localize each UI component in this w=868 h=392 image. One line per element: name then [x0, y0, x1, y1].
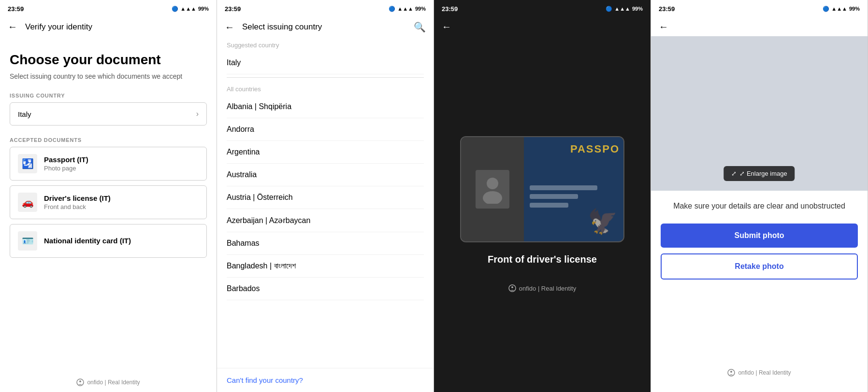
country-barbados[interactable]: Barbados [227, 278, 424, 300]
country-bangladesh[interactable]: Bangladesh | বাংলাদেশ [227, 255, 424, 278]
battery-icon: 99% [198, 6, 209, 12]
status-bar-3: 23:59 🔵 ▲▲▲ 99% [434, 0, 651, 17]
license-icon: 🚗 [18, 193, 37, 212]
passport-icon: 🛂 [18, 154, 37, 173]
signal-icon-4: ▲▲▲ [831, 6, 847, 12]
bluetooth-icon: 🔵 [172, 6, 178, 12]
camera-view: PASSPO 🦅 Front of driver's license onfid… [434, 36, 651, 392]
screen-choose-document: 23:59 🔵 ▲▲▲ 99% ← Verify your identity C… [0, 0, 217, 392]
doc-sub-passport: Photo page [44, 165, 88, 172]
status-bar-2: 23:59 🔵 ▲▲▲ 99% [217, 0, 434, 17]
back-button-3[interactable]: ← [442, 21, 451, 32]
doc-info-license: Driver's license (IT) Front and back [44, 194, 111, 210]
nav-header-4: ← [651, 17, 868, 36]
enlarge-icon: ⤢ [731, 170, 737, 177]
time-1: 23:59 [8, 5, 24, 13]
doc-sub-license: Front and back [44, 203, 111, 210]
screen-title-2: Select issuing country [242, 22, 322, 32]
page-heading: Choose your document [10, 52, 207, 68]
time-2: 23:59 [225, 5, 241, 13]
doc-item-license[interactable]: 🚗 Driver's license (IT) Front and back [10, 185, 207, 219]
signal-icon-2: ▲▲▲ [397, 6, 413, 12]
onfido-branding-3: onfido | Real Identity [508, 284, 576, 292]
back-button-4[interactable]: ← [659, 21, 668, 32]
search-icon[interactable]: 🔍 [414, 21, 426, 33]
eagle-icon: 🦅 [588, 208, 618, 236]
doc-name-license: Driver's license (IT) [44, 194, 111, 202]
id-card-right: PASSPO 🦅 [524, 137, 623, 241]
signal-icon: ▲▲▲ [180, 6, 196, 12]
id-card-left [461, 137, 524, 241]
doc-item-passport[interactable]: 🛂 Passport (IT) Photo page [10, 147, 207, 181]
separator [227, 77, 424, 78]
status-bar-4: 23:59 🔵 ▲▲▲ 99% [651, 0, 868, 17]
status-bar-1: 23:59 🔵 ▲▲▲ 99% [0, 0, 217, 17]
all-countries-label: All countries [227, 81, 424, 96]
back-button-1[interactable]: ← [8, 21, 17, 32]
screen1-content: Choose your document Select issuing coun… [0, 36, 217, 373]
country-albania[interactable]: Albania | Shqipëria [227, 96, 424, 118]
back-button-2[interactable]: ← [225, 22, 234, 33]
suggested-country-italy[interactable]: Italy [227, 52, 424, 74]
id-lines [530, 185, 618, 208]
status-icons-4: 🔵 ▲▲▲ 99% [823, 6, 860, 12]
svg-point-2 [487, 178, 498, 189]
bluetooth-icon-3: 🔵 [606, 6, 612, 12]
submit-photo-button[interactable]: Submit photo [661, 224, 858, 248]
screen-camera: 23:59 🔵 ▲▲▲ 99% ← PASSPO [434, 0, 651, 392]
accepted-docs-label: ACCEPTED DOCUMENTS [10, 137, 207, 143]
avatar-placeholder [476, 170, 509, 209]
onfido-text-3: onfido | Real Identity [519, 285, 576, 292]
time-3: 23:59 [442, 5, 458, 13]
page-subtitle: Select issuing country to see which docu… [10, 72, 207, 82]
photo-preview: ⤢ ⤢ Enlarge image [651, 36, 868, 191]
nav-header-3: ← [434, 17, 651, 36]
retake-photo-button[interactable]: Retake photo [661, 253, 858, 280]
submit-info-text: Make sure your details are clear and uno… [661, 200, 858, 212]
onfido-logo-icon-4 [727, 369, 735, 377]
svg-point-1 [79, 380, 81, 382]
enlarge-label: ⤢ Enlarge image [739, 170, 787, 177]
id-line-1 [530, 185, 597, 190]
onfido-logo-icon-3 [508, 284, 516, 292]
issuing-country-label: ISSUING COUNTRY [10, 93, 207, 98]
battery-icon-3: 99% [632, 6, 643, 12]
battery-icon-2: 99% [415, 6, 426, 12]
screen4-content: Make sure your details are clear and uno… [651, 191, 868, 392]
svg-point-7 [730, 371, 732, 373]
country-austria[interactable]: Austria | Österreich [227, 186, 424, 209]
bluetooth-icon-4: 🔵 [823, 6, 829, 12]
onfido-logo-icon [76, 378, 84, 386]
enlarge-badge[interactable]: ⤢ ⤢ Enlarge image [723, 166, 795, 181]
country-australia[interactable]: Australia [227, 164, 424, 186]
country-list: Suggested country Italy All countries Al… [217, 37, 434, 368]
battery-icon-4: 99% [849, 6, 860, 12]
country-argentina[interactable]: Argentina [227, 141, 424, 164]
nav-header-2: ← Select issuing country 🔍 [217, 17, 434, 37]
cant-find-country[interactable]: Can't find your country? [217, 368, 434, 392]
onfido-branding-1: onfido | Real Identity [0, 373, 217, 392]
id-line-3 [530, 203, 568, 208]
doc-name-passport: Passport (IT) [44, 155, 88, 164]
passport-text: PASSPO [570, 143, 620, 155]
onfido-branding-4: onfido | Real Identity [661, 363, 858, 382]
country-selector[interactable]: Italy › [10, 102, 207, 126]
chevron-right-icon: › [196, 110, 199, 118]
doc-item-national-id[interactable]: 🪪 National identity card (IT) [10, 224, 207, 258]
screen-title-1: Verify your identity [25, 22, 92, 32]
status-icons-3: 🔵 ▲▲▲ 99% [606, 6, 643, 12]
signal-icon-3: ▲▲▲ [614, 6, 630, 12]
camera-card-label: Front of driver's license [488, 254, 597, 265]
svg-point-3 [483, 191, 502, 204]
screen-submit-photo: 23:59 🔵 ▲▲▲ 99% ← ⤢ ⤢ Enlarge image Make… [651, 0, 868, 392]
status-icons-1: 🔵 ▲▲▲ 99% [172, 6, 209, 12]
nav-header-1: ← Verify your identity [0, 17, 217, 36]
country-andorra[interactable]: Andorra [227, 118, 424, 141]
country-bahamas[interactable]: Bahamas [227, 232, 424, 255]
id-line-2 [530, 194, 578, 199]
status-icons-2: 🔵 ▲▲▲ 99% [389, 6, 426, 12]
country-azerbaijan[interactable]: Azerbaijan | Azərbaycan [227, 209, 424, 232]
id-card-preview: PASSPO 🦅 [460, 136, 624, 242]
svg-point-5 [511, 286, 513, 288]
doc-info-national-id: National identity card (IT) [44, 237, 131, 246]
